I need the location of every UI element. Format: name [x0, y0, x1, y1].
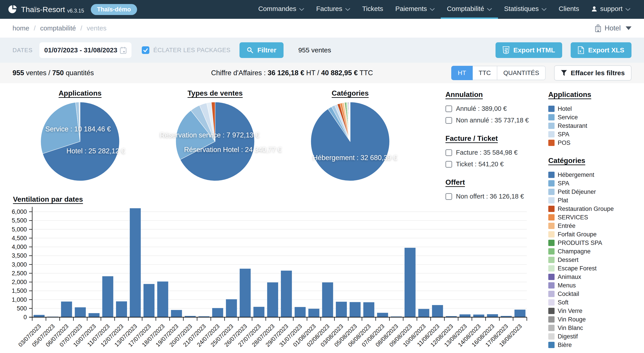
legend-item-hotel[interactable]: Hotel: [548, 105, 644, 113]
export-html-button[interactable]: Export HTML: [496, 42, 562, 58]
nav-item-comptabilite[interactable]: Comptabilité: [441, 0, 498, 19]
site-selector[interactable]: Hotel: [594, 24, 632, 32]
nav-item-statistiques[interactable]: Statistiques: [498, 0, 552, 19]
legend-item-cocktail[interactable]: Cocktail: [548, 290, 644, 298]
toggle-ht[interactable]: HT: [451, 66, 472, 80]
legend-item-vin-rouge[interactable]: Vin Rouge: [548, 315, 644, 324]
pie-chart-types-de-ventes[interactable]: [175, 102, 255, 181]
clear-filters-button[interactable]: Effacer les filtres: [554, 65, 632, 81]
legend-item-champagne[interactable]: Champagne: [548, 247, 644, 256]
filter-checkbox-row[interactable]: Facture : 35 584,98 €: [446, 149, 544, 156]
breadcrumb-item-ventes[interactable]: ventes: [87, 25, 106, 32]
nav-item-label: Paiements: [395, 5, 427, 13]
legend-item-spa[interactable]: SPA: [548, 130, 644, 139]
toggle-ttc[interactable]: TTC: [473, 66, 497, 80]
legend-swatch: [548, 240, 554, 246]
legend-item-restaurant[interactable]: Restaurant: [548, 122, 644, 130]
bar-07/08/2023[interactable]: [377, 313, 388, 317]
bar-28/07/2023[interactable]: [267, 282, 278, 317]
filter-checkbox-row[interactable]: Ticket : 541,20 €: [446, 161, 544, 168]
legend-item-escape-forest[interactable]: Escape Forest: [548, 264, 644, 273]
checkbox[interactable]: [446, 105, 452, 112]
toggle-quantites[interactable]: QUANTITÉS: [497, 66, 546, 80]
checkbox[interactable]: [446, 149, 452, 156]
bar-14/08/2023[interactable]: [473, 314, 484, 317]
legend-group-title: Catégories: [548, 156, 644, 165]
legend-item-petit-de-jeuner[interactable]: Petit Déjeuner: [548, 188, 644, 196]
nav-item-paiements[interactable]: Paiements: [389, 0, 441, 19]
pie-chart-categories[interactable]: [310, 102, 390, 181]
bar-06/08/2023[interactable]: [363, 302, 374, 317]
y-tick-label: 2,500: [12, 270, 27, 277]
legend-item-animaux[interactable]: Animaux: [548, 273, 644, 281]
export-xls-button[interactable]: x Export XLS: [571, 42, 632, 58]
legend-label: Bière: [558, 341, 572, 348]
bar-18/08/2023[interactable]: [514, 309, 526, 317]
legend-item-he-bergement[interactable]: Hébergement: [548, 171, 644, 179]
pie-chart-applications[interactable]: [40, 102, 120, 181]
breadcrumb-item-home[interactable]: home: [12, 25, 29, 32]
checkbox[interactable]: [446, 161, 452, 168]
bar-03/07/2023[interactable]: [34, 315, 44, 317]
legend-item-vin-verre[interactable]: Vin Verre: [548, 307, 644, 315]
checkbox[interactable]: [446, 193, 452, 200]
nav-item-commandes[interactable]: Commandes: [252, 0, 310, 19]
legend-item-entre-e[interactable]: Entrée: [548, 222, 644, 230]
bar-12/07/2023[interactable]: [116, 301, 127, 317]
bar-31/07/2023[interactable]: [295, 307, 306, 317]
breadcrumb-item-comptabilite[interactable]: comptabilité: [40, 25, 76, 32]
bar-13/08/2023[interactable]: [460, 314, 470, 317]
bar-03/08/2023[interactable]: [336, 302, 347, 317]
legend-item-forfait-groupe[interactable]: Forfait Groupe: [548, 230, 644, 239]
legend-item-service[interactable]: Service: [548, 113, 644, 122]
bar-13/07/2023[interactable]: [130, 208, 141, 317]
legend-item-produits-spa[interactable]: PRODUITS SPA: [548, 239, 644, 247]
date-range-input[interactable]: 01/07/2023 - 31/08/2023: [39, 42, 132, 58]
bar-06/07/2023[interactable]: [61, 301, 72, 317]
filter-button[interactable]: Filtrer: [240, 42, 284, 58]
explode-packages-checkbox[interactable]: [142, 46, 149, 54]
legend-item-restauration-groupe[interactable]: Restauration Groupe: [548, 205, 644, 213]
legend-swatch: [548, 189, 554, 195]
bar-25/07/2023[interactable]: [226, 299, 237, 317]
legend-item-soft[interactable]: Soft: [548, 298, 644, 307]
bar-27/07/2023[interactable]: [253, 307, 264, 317]
legend-item-digestif[interactable]: Digestif: [548, 332, 644, 341]
bar-05/08/2023[interactable]: [350, 302, 360, 317]
bar-17/07/2023[interactable]: [144, 284, 154, 317]
bar-10/08/2023[interactable]: [418, 309, 429, 317]
bar-chart[interactable]: 05001,0001,5002,0002,5003,0003,5004,0004…: [10, 204, 533, 352]
bar-10/07/2023[interactable]: [88, 313, 100, 317]
legend-item-dessert[interactable]: Dessert: [548, 256, 644, 264]
filter-checkbox-row[interactable]: Non annulé : 35 737,18 €: [446, 117, 544, 124]
legend-item-pos[interactable]: POS: [548, 139, 644, 147]
legend-item-bie-re[interactable]: Bière: [548, 341, 644, 349]
checkbox[interactable]: [446, 117, 452, 124]
legend-item-spa[interactable]: SPA: [548, 179, 644, 188]
bar-09/08/2023[interactable]: [404, 248, 416, 317]
bar-16/08/2023[interactable]: [487, 314, 498, 317]
filter-checkbox-row[interactable]: Non offert : 36 126,18 €: [446, 193, 544, 200]
bar-02/08/2023[interactable]: [322, 282, 333, 317]
bar-29/07/2023[interactable]: [281, 271, 292, 317]
legend-item-vin-blanc[interactable]: Vin Blanc: [548, 324, 644, 332]
nav-item-factures[interactable]: Factures: [310, 0, 356, 19]
nav-item-support[interactable]: support: [585, 0, 636, 19]
legend-item-plat[interactable]: Plat: [548, 196, 644, 205]
bar-01/08/2023[interactable]: [308, 309, 319, 317]
bar-18/07/2023[interactable]: [157, 282, 168, 317]
nav-item-clients[interactable]: Clients: [552, 0, 585, 19]
bar-19/07/2023[interactable]: [171, 310, 182, 317]
legend-item-services[interactable]: SERVICES: [548, 213, 644, 222]
legend-swatch: [548, 248, 554, 254]
bar-26/07/2023[interactable]: [240, 269, 251, 317]
breadcrumb: home/comptabilité/ventes: [12, 25, 106, 32]
bar-11/08/2023[interactable]: [432, 305, 443, 317]
filter-bar: DATES 01/07/2023 - 31/08/2023 ÉCLATER LE…: [0, 38, 644, 63]
legend-item-menus[interactable]: Menus: [548, 281, 644, 290]
filter-checkbox-row[interactable]: Annulé : 389,00 €: [446, 105, 544, 112]
nav-item-tickets[interactable]: Tickets: [356, 0, 389, 19]
bar-07/07/2023[interactable]: [75, 307, 86, 317]
bar-11/07/2023[interactable]: [102, 276, 113, 317]
bar-24/07/2023[interactable]: [212, 308, 223, 317]
